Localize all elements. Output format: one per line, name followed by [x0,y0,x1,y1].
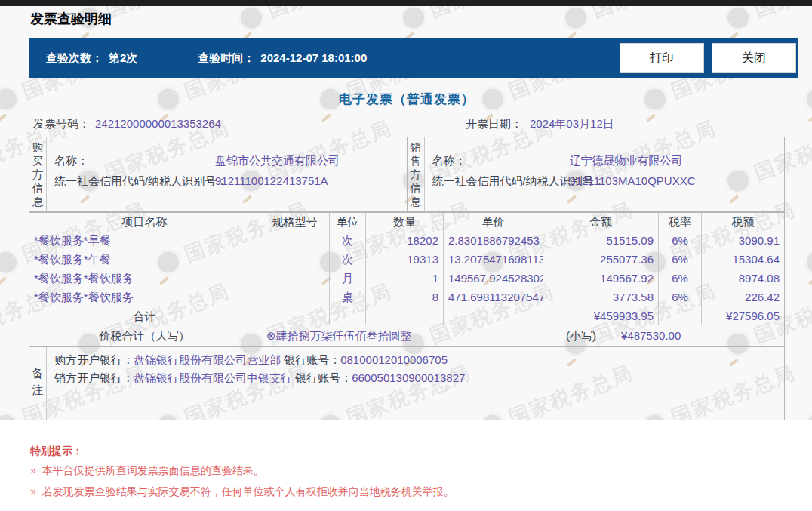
remark-line: 销方开户银行：盘锦银行股份有限公司中银支行 银行账号：6600501309000… [54,369,777,387]
col-header-amount: 金额 [543,213,659,231]
check-time-label: 查验时间： [198,51,254,66]
tax-amount-cell: 3090.91 [702,231,784,250]
buyer-taxid-label: 统一社会信用代码/纳税人识别号： [54,174,227,189]
seller-account-label: 银行账号： [292,371,352,384]
special-note-title: 特别提示： [30,445,83,458]
quantity-cell: 18202 [366,231,444,250]
seller-bank-label: 销方开户银行： [54,371,134,384]
unit-price-cell: 13.2075471698113 [444,250,543,269]
total-row: 合计 ¥459933.95 ¥27596.05 [29,306,784,325]
col-header-unit-price: 单价 [444,213,543,231]
amount-cell: 149567.92 [543,269,659,288]
bullet-icon: » [30,485,36,497]
check-time: 查验时间： 2024-12-07 18:01:00 [198,51,367,66]
tax-rate-cell: 6% [659,250,702,269]
invoice-date-value: 2024年03月12日 [530,117,614,131]
amount-cell: 255077.36 [543,250,659,269]
unit-cell: 次 [330,250,366,269]
unit-cell: 桌 [330,288,366,306]
party-info-box: 购买方信息 名称： 盘锦市公共交通有限公司 统一社会信用代码/纳税人识别号： 9… [29,137,785,212]
seller-section: 销售方信息 名称： 辽宁德晟物业有限公司 统一社会信用代码/纳税人识别号： 91… [408,137,785,211]
seller-bank-name: 盘锦银行股份有限公司中银支行 [134,371,292,384]
seller-taxid-value: 91211103MA10QPUXXC [570,174,696,187]
amount-small-value: ¥487530.00 [621,325,681,346]
print-button[interactable]: 打印 [620,43,704,73]
table-row: *餐饮服务*餐饮服务 桌 8 471.698113207547 3773.58 … [29,288,784,306]
check-count: 查验次数： 第2次 [46,51,137,66]
spacer [254,51,260,66]
tax-amount-cell: 15304.64 [702,250,784,269]
item-name-cell: *餐饮服务*餐饮服务 [29,269,260,288]
buyer-side-label: 购买方信息 [29,137,47,211]
invoice-number-value: 24212000000013353264 [95,117,221,130]
total-tax: ¥27596.05 [702,306,784,325]
unit-price-cell: 471.698113207547 [444,288,543,306]
seller-name-label: 名称： [432,154,466,168]
table-row: *餐饮服务*早餐 次 18202 2.8301886792453 51515.0… [29,231,784,250]
note-item: »若发现发票查验结果与实际交易不符，任何单位或个人有权拒收并向当地税务机关举报。 [30,485,454,499]
col-header-spec: 规格型号 [260,213,330,231]
buyer-name-label: 名称： [54,154,88,168]
quantity-cell: 19313 [366,250,444,269]
note-item: »本平台仅提供所查询发票票面信息的查验结果。 [30,464,264,478]
remark-line: 购方开户银行：盘锦银行股份有限公司营业部 银行账号：08100012010006… [54,351,777,369]
empty-cell [260,306,330,325]
seller-side-label: 销售方信息 [408,137,425,211]
quantity-cell: 1 [366,269,444,288]
buyer-content: 名称： 盘锦市公共交通有限公司 统一社会信用代码/纳税人识别号： 9121110… [47,137,407,211]
seller-name-value: 辽宁德晟物业有限公司 [570,154,683,168]
buyer-section: 购买方信息 名称： 盘锦市公共交通有限公司 统一社会信用代码/纳税人识别号： 9… [29,137,408,211]
check-time-value: 2024-12-07 18:01:00 [260,51,367,66]
tax-rate-cell: 6% [659,288,702,306]
remarks-side-label: 备注 [29,347,47,420]
buyer-bank-label: 购方开户银行： [54,353,134,366]
quantity-cell: 8 [366,288,444,306]
amount-cell: 51515.09 [543,231,659,250]
invoice-doc-title: 电子发票（普通发票） [29,91,785,108]
invoice-verification-page: 国家税务总局国家税务总局国家税务总局国家税务总局国家税务总局国家税务总局国家税务… [0,0,812,511]
check-count-label: 查验次数： [46,51,103,66]
amount-cell: 3773.58 [543,288,659,306]
spec-cell [260,288,330,306]
buyer-name-value: 盘锦市公共交通有限公司 [215,154,340,168]
unit-cell: 月 [330,269,366,288]
top-strip [0,0,812,6]
seller-content: 名称： 辽宁德晟物业有限公司 统一社会信用代码/纳税人识别号： 91211103… [425,137,785,211]
table-header-row: 项目名称 规格型号 单位 数量 单价 金额 税率 税额 [29,213,784,231]
item-name-cell: *餐饮服务*餐饮服务 [29,288,260,306]
unit-cell: 次 [330,231,366,250]
amount-in-words: ⊗肆拾捌万柒仟伍佰叁拾圆整 [266,325,412,346]
tax-rate-cell: 6% [659,231,702,250]
total-label: 合计 [29,306,260,325]
spec-cell [260,250,330,269]
tax-amount-cell: 226.42 [702,288,784,306]
unit-price-cell: 149567.924528302 [444,269,543,288]
empty-cell [659,306,702,325]
buyer-bank-name: 盘锦银行股份有限公司营业部 [134,353,281,366]
check-count-value: 第2次 [109,51,137,66]
close-button[interactable]: 关闭 [712,43,796,73]
empty-cell [366,306,444,325]
amount-small-label: (小写) [566,325,596,346]
unit-price-cell: 2.8301886792453 [444,231,543,250]
col-header-tax-amount: 税额 [702,213,784,231]
spec-cell [260,231,330,250]
tax-sum-label: 价税合计（大写） [29,325,260,346]
spacer [103,51,109,66]
col-header-item-name: 项目名称 [29,213,260,231]
buyer-account-label: 银行账号： [281,353,340,366]
bullet-icon: » [30,464,36,476]
items-table: 项目名称 规格型号 单位 数量 单价 金额 税率 税额 *餐饮服务*早餐 次 1… [29,212,785,325]
total-amount: ¥459933.95 [543,306,659,325]
remarks-content: 购方开户银行：盘锦银行股份有限公司营业部 银行账号：08100012010006… [47,347,784,420]
empty-cell [444,306,543,325]
tax-amount-cell: 8974.08 [702,269,784,288]
buyer-account-number: 08100012010006705 [340,353,448,366]
buyer-taxid-value: 91211100122413751A [215,174,328,187]
col-header-unit: 单位 [330,213,366,231]
col-header-tax-rate: 税率 [659,213,702,231]
seller-account-number: 660050130900013827 [352,371,465,384]
verification-toolbar: 查验次数： 第2次 查验时间： 2024-12-07 18:01:00 打印 关… [29,38,798,78]
item-name-cell: *餐饮服务*午餐 [29,250,260,269]
table-row: *餐饮服务*午餐 次 19313 13.2075471698113 255077… [29,250,784,269]
